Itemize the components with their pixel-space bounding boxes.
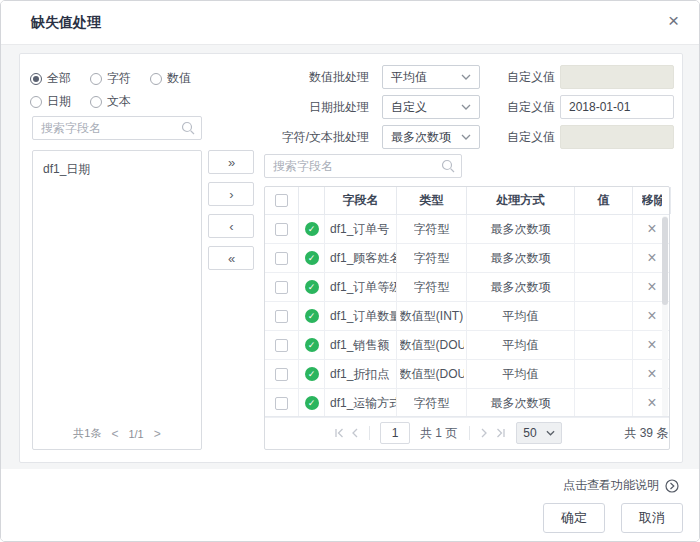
select-value: 平均值 bbox=[391, 69, 427, 86]
cell-field: df1_销售额 bbox=[325, 331, 397, 359]
list-item[interactable]: df1_日期 bbox=[33, 151, 201, 184]
select-value: 自定义 bbox=[391, 99, 427, 116]
date-batch-label: 日期批处理 bbox=[264, 95, 369, 119]
chevron-right-icon: › bbox=[229, 187, 232, 202]
radio-label: 全部 bbox=[47, 70, 71, 87]
radio-text[interactable]: 文本 bbox=[90, 93, 150, 110]
table-header-row: 字段名 类型 处理方式 值 移除 bbox=[265, 187, 669, 215]
radio-all[interactable]: 全部 bbox=[30, 70, 90, 87]
remove-icon[interactable]: × bbox=[647, 338, 656, 352]
value-column-header: 值 bbox=[575, 187, 633, 214]
missing-value-dialog: 缺失值处理 × 全部 字符 数值 日期 bbox=[0, 0, 700, 542]
table-row: ✓ df1_顾客姓名 字符型 最多次数项 × bbox=[265, 244, 669, 273]
row-checkbox[interactable] bbox=[275, 397, 288, 410]
current-page-box[interactable]: 1 bbox=[380, 422, 410, 444]
custom-value-label: 自定义值 bbox=[497, 65, 555, 89]
dialog-body: 全部 字符 数值 日期 文本 bbox=[1, 45, 700, 469]
divider bbox=[469, 426, 470, 440]
radio-label: 字符 bbox=[107, 70, 131, 87]
radio-icon bbox=[90, 96, 102, 108]
row-checkbox[interactable] bbox=[275, 310, 288, 323]
close-icon[interactable]: × bbox=[668, 11, 679, 31]
custom-value-label: 自定义值 bbox=[497, 125, 555, 149]
remove-icon[interactable]: × bbox=[647, 309, 656, 323]
cell-value bbox=[575, 273, 633, 301]
total-pages-label: 共 1 页 bbox=[420, 425, 457, 442]
ok-button[interactable]: 确定 bbox=[543, 503, 605, 533]
last-page-icon[interactable] bbox=[492, 425, 508, 441]
list-next-icon[interactable]: > bbox=[154, 427, 161, 441]
cell-value bbox=[575, 244, 633, 272]
check-icon: ✓ bbox=[305, 338, 319, 352]
row-checkbox[interactable] bbox=[275, 252, 288, 265]
cell-value bbox=[575, 331, 633, 359]
numeric-batch-select[interactable]: 平均值 bbox=[382, 65, 480, 89]
table-pagination: 1 共 1 页 50 共 39 条 bbox=[265, 416, 669, 449]
first-page-icon[interactable] bbox=[331, 425, 347, 441]
search-icon bbox=[181, 121, 195, 135]
remove-icon[interactable]: × bbox=[647, 222, 656, 236]
remove-column-header: 移除 bbox=[633, 187, 671, 214]
search-icon bbox=[441, 159, 455, 173]
cell-method: 最多次数项 bbox=[467, 244, 575, 272]
chevron-down-icon bbox=[461, 134, 471, 140]
check-icon: ✓ bbox=[305, 251, 319, 265]
cell-field: df1_运输方式 bbox=[325, 389, 397, 417]
row-checkbox[interactable] bbox=[275, 281, 288, 294]
radio-numeric[interactable]: 数值 bbox=[150, 70, 210, 87]
table-row: ✓ df1_销售额 数值型(DOUBLE) 平均值 × bbox=[265, 331, 669, 360]
cell-value bbox=[575, 302, 633, 330]
char-text-batch-select[interactable]: 最多次数项 bbox=[382, 125, 480, 149]
cell-field: df1_订单等级 bbox=[325, 273, 397, 301]
row-checkbox[interactable] bbox=[275, 339, 288, 352]
remove-icon[interactable]: × bbox=[647, 280, 656, 294]
check-icon: ✓ bbox=[305, 222, 319, 236]
radio-label: 文本 bbox=[107, 93, 131, 110]
table-row: ✓ df1_订单等级 字符型 最多次数项 × bbox=[265, 273, 669, 302]
cell-method: 平均值 bbox=[467, 331, 575, 359]
row-checkbox[interactable] bbox=[275, 368, 288, 381]
dialog-title: 缺失值处理 bbox=[31, 14, 101, 32]
cell-method: 最多次数项 bbox=[467, 215, 575, 243]
row-checkbox[interactable] bbox=[275, 223, 288, 236]
check-icon: ✓ bbox=[305, 396, 319, 410]
date-batch-select[interactable]: 自定义 bbox=[382, 95, 480, 119]
move-right-button[interactable]: › bbox=[208, 182, 254, 206]
cell-method: 最多次数项 bbox=[467, 389, 575, 417]
left-search-input[interactable] bbox=[41, 121, 181, 135]
cell-field: df1_顾客姓名 bbox=[325, 244, 397, 272]
page-size-select[interactable]: 50 bbox=[516, 422, 562, 444]
move-all-left-button[interactable]: « bbox=[208, 246, 254, 270]
check-icon: ✓ bbox=[305, 367, 319, 381]
next-page-icon[interactable] bbox=[476, 425, 492, 441]
list-pagination: 共1条 < 1/1 > bbox=[33, 426, 201, 441]
chevron-down-icon bbox=[546, 430, 555, 436]
cell-type: 数值型(INT) bbox=[397, 302, 467, 330]
chevron-left-icon: ‹ bbox=[229, 219, 232, 234]
date-custom-value-input[interactable] bbox=[560, 95, 674, 119]
move-left-button[interactable]: ‹ bbox=[208, 214, 254, 238]
table-scrollbar[interactable] bbox=[662, 216, 668, 417]
numeric-custom-value-input bbox=[560, 65, 674, 89]
radio-char[interactable]: 字符 bbox=[90, 70, 150, 87]
check-icon: ✓ bbox=[305, 280, 319, 294]
radio-checked-icon bbox=[30, 73, 42, 85]
cancel-button[interactable]: 取消 bbox=[621, 503, 683, 533]
table-search-input[interactable] bbox=[273, 159, 441, 173]
cell-method: 平均值 bbox=[467, 360, 575, 388]
radio-date[interactable]: 日期 bbox=[30, 93, 90, 110]
field-type-filter: 全部 字符 数值 日期 文本 bbox=[30, 70, 230, 110]
remove-icon[interactable]: × bbox=[647, 396, 656, 410]
scrollbar-thumb[interactable] bbox=[662, 217, 668, 305]
remove-icon[interactable]: × bbox=[647, 367, 656, 381]
move-all-right-button[interactable]: » bbox=[208, 150, 254, 174]
content-panel: 全部 字符 数值 日期 文本 bbox=[19, 53, 683, 463]
list-prev-icon[interactable]: < bbox=[111, 427, 118, 441]
table-row: ✓ df1_折扣点 数值型(DOUBLE) 平均值 × bbox=[265, 360, 669, 389]
remove-icon[interactable]: × bbox=[647, 251, 656, 265]
custom-value-label: 自定义值 bbox=[497, 95, 555, 119]
prev-page-icon[interactable] bbox=[347, 425, 363, 441]
check-icon: ✓ bbox=[305, 309, 319, 323]
select-all-checkbox[interactable] bbox=[275, 194, 288, 207]
help-link[interactable]: 点击查看功能说明 bbox=[563, 477, 679, 494]
